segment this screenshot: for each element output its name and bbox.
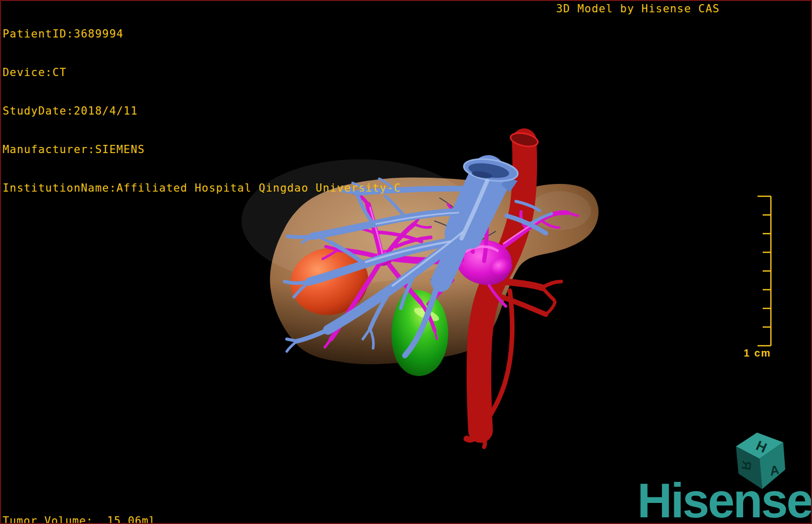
- app-window: Hisense: [0, 0, 812, 524]
- volume-measurements: Tumor Volume: 15.06ml Liver Volume: 713m…: [3, 488, 156, 524]
- study-date-line: StudyDate:2018/4/11: [3, 105, 401, 118]
- tumor-volume-line: Tumor Volume: 15.06ml: [3, 514, 156, 524]
- patient-info-overlay: PatientID:3689994 Device:CT StudyDate:20…: [3, 2, 401, 220]
- scale-bar-label: 1 cm: [744, 347, 771, 359]
- scale-bar: 1 cm: [744, 196, 771, 359]
- institution-line: InstitutionName:Affiliated Hospital Qing…: [3, 182, 401, 195]
- watermark-title: 3D Model by Hisense CAS: [556, 3, 719, 15]
- device-line: Device:CT: [3, 66, 401, 79]
- manufacturer-line: Manufacturer:SIEMENS: [3, 143, 401, 156]
- orientation-cube[interactable]: H R A: [736, 433, 785, 489]
- patient-id-line: PatientID:3689994: [3, 28, 401, 41]
- cube-letter-right: A: [769, 462, 780, 478]
